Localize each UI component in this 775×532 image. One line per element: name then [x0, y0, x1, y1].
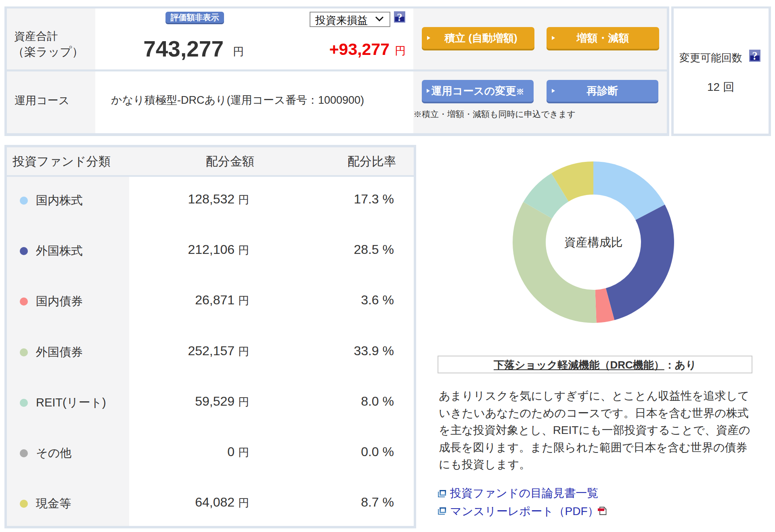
svg-text:?: ? — [752, 50, 757, 62]
svg-text:?: ? — [397, 11, 402, 23]
